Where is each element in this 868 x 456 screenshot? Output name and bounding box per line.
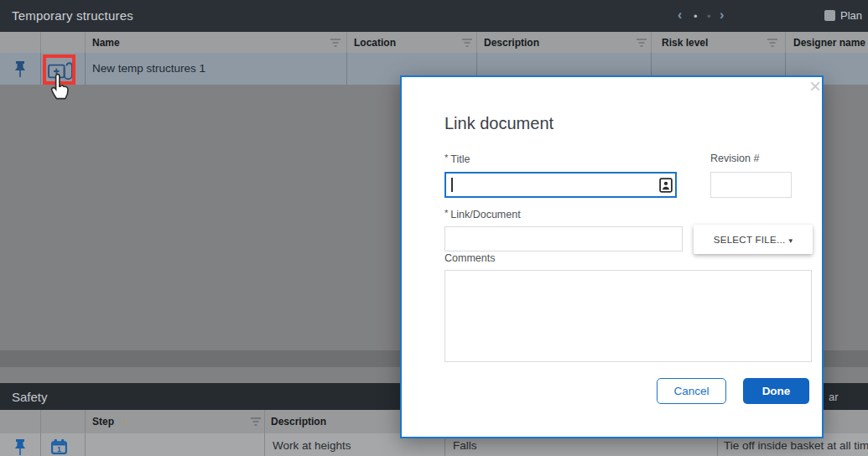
done-button[interactable]: Done xyxy=(743,378,809,404)
revision-input[interactable] xyxy=(710,172,792,198)
column-separator xyxy=(346,32,347,53)
title-field-label: *Title xyxy=(444,153,470,165)
chevron-left-icon[interactable]: ‹ xyxy=(678,8,682,23)
cell-separator xyxy=(264,433,265,456)
close-icon[interactable]: × xyxy=(806,77,824,97)
filter-icon[interactable] xyxy=(635,38,648,48)
column-separator xyxy=(85,32,86,53)
column-separator xyxy=(40,410,41,433)
comments-field-label: Comments xyxy=(444,252,495,264)
column-separator xyxy=(264,410,265,433)
filter-icon[interactable] xyxy=(460,38,474,48)
page-dot-inactive[interactable]: • xyxy=(707,10,711,23)
filter-icon[interactable] xyxy=(249,417,262,427)
column-header-description[interactable]: Description xyxy=(484,37,539,49)
calendar-day-1-icon[interactable]: 1 xyxy=(50,438,68,456)
cell-separator xyxy=(85,433,86,456)
temp-structures-header-bar: Temporary structures ‹ • • › Plan xyxy=(0,0,868,32)
column-header-designer-name[interactable]: Designer name xyxy=(793,37,865,49)
column-header-description[interactable]: Description xyxy=(271,416,326,428)
dialog-title: Link document xyxy=(444,114,554,133)
column-separator xyxy=(40,32,41,53)
row-description-cell[interactable]: Work at heights xyxy=(273,439,351,452)
text-caret xyxy=(451,178,453,192)
link-document-input[interactable] xyxy=(444,226,683,251)
required-marker: * xyxy=(444,153,448,163)
row-cell[interactable]: Tie off inside basket at all tim xyxy=(724,439,868,452)
pushpin-icon[interactable] xyxy=(13,60,28,78)
chevron-down-icon: ▾ xyxy=(788,236,793,245)
select-file-button[interactable]: SELECT FILE...▾ xyxy=(694,225,813,254)
svg-text:1: 1 xyxy=(57,445,61,453)
panel-title: Safety xyxy=(12,390,48,404)
row-cell[interactable]: Falls xyxy=(453,439,477,452)
link-field-label: *Link/Document xyxy=(444,208,521,220)
revision-field-label: Revision # xyxy=(710,153,759,164)
column-separator xyxy=(651,32,652,53)
plan-label: Plan xyxy=(840,9,862,22)
truncated-text-fragment: ar xyxy=(829,391,839,403)
cell-separator xyxy=(85,53,86,85)
autofill-icon[interactable] xyxy=(659,178,673,193)
link-document-dialog: × Link document *Title Revision # *Link/… xyxy=(400,75,824,438)
cell-separator xyxy=(40,53,41,85)
pushpin-icon[interactable] xyxy=(13,438,28,456)
hand-cursor-icon xyxy=(47,73,72,102)
cancel-button[interactable]: Cancel xyxy=(657,378,726,404)
chevron-right-icon[interactable]: › xyxy=(720,8,724,23)
cell-separator xyxy=(346,53,347,85)
page-dot-active[interactable]: • xyxy=(694,10,698,23)
checkbox-square-icon[interactable] xyxy=(824,10,835,21)
title-input[interactable] xyxy=(444,172,677,198)
column-header-name[interactable]: Name xyxy=(92,37,120,49)
column-header-location[interactable]: Location xyxy=(354,37,396,49)
column-header-risk-level[interactable]: Risk level xyxy=(662,37,708,49)
comments-textarea[interactable] xyxy=(444,270,812,362)
column-header-step[interactable]: Step xyxy=(92,416,114,428)
sort-ascending-icon[interactable]: ↑ xyxy=(122,415,128,428)
temp-structures-column-header: Name Location Description Risk level Des… xyxy=(0,32,868,53)
panel-title: Temporary structures xyxy=(12,8,133,23)
row-name-cell[interactable]: New temp structures 1 xyxy=(92,62,205,75)
filter-icon[interactable] xyxy=(329,38,342,48)
cell-separator xyxy=(40,433,41,456)
column-separator xyxy=(85,410,86,433)
column-separator xyxy=(785,32,786,53)
required-marker: * xyxy=(444,208,448,218)
filter-icon[interactable] xyxy=(766,38,779,48)
column-separator xyxy=(476,32,477,53)
